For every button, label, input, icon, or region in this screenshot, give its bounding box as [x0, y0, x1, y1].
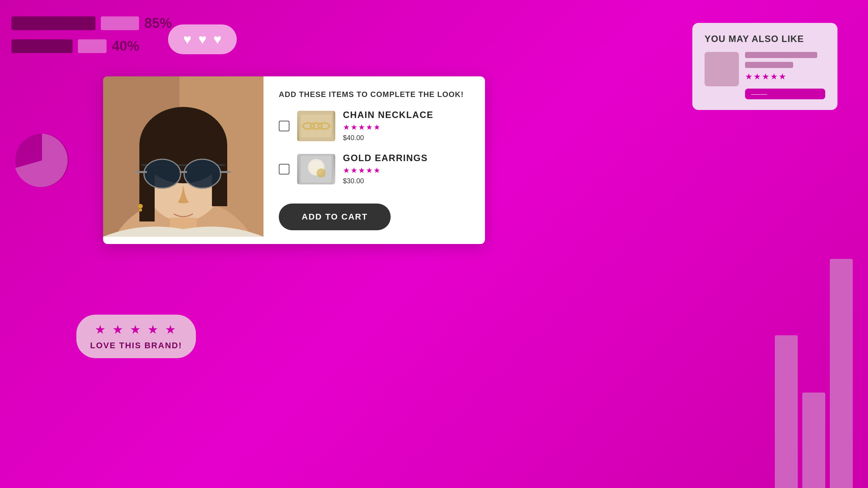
svg-rect-29: [301, 156, 331, 183]
svg-rect-14: [179, 171, 187, 173]
you-may-like-stars: ★★★★★: [745, 72, 825, 82]
earrings-price: $30.00: [343, 177, 428, 185]
earrings-checkbox[interactable]: [279, 164, 289, 175]
bg-bar-dark-2: [11, 39, 73, 53]
product-row-necklace: CHAIN NECKLACE ★★★★★ $40.00: [279, 110, 470, 142]
heart-icon-2: ♥: [198, 31, 206, 47]
svg-point-18: [138, 204, 143, 208]
you-may-also-like-panel: YOU MAY ALSO LIKE ★★★★★ ———: [692, 23, 837, 110]
bg-bar-group: 85% 40%: [11, 15, 172, 54]
model-image: [103, 76, 263, 237]
heart-pill[interactable]: ♥ ♥ ♥: [168, 24, 237, 54]
card-content: ADD THESE ITEMS TO COMPLETE THE LOOK!: [263, 76, 485, 244]
you-may-like-product: ★★★★★ ———: [705, 52, 825, 99]
earrings-thumbnail: [297, 154, 335, 184]
bg-bar-label-1: 85%: [144, 15, 172, 31]
love-brand-text: LOVE THIS BRAND!: [90, 341, 182, 351]
svg-rect-16: [136, 171, 147, 173]
model-face: [103, 76, 263, 237]
you-may-like-image: [705, 52, 739, 86]
product-row-earrings: GOLD EARRINGS ★★★★★ $30.00: [279, 153, 470, 185]
bg-bar-row-2: 40%: [11, 38, 172, 54]
you-may-like-tag: ———: [745, 89, 825, 99]
add-to-cart-button[interactable]: ADD TO CART: [279, 204, 391, 230]
bg-bar-dark-1: [11, 16, 95, 30]
earrings-thumb-bg: [297, 154, 335, 184]
svg-point-19: [139, 208, 142, 212]
bar-br-1: [775, 335, 798, 488]
bar-br-3: [830, 259, 853, 488]
you-may-like-line-1: [745, 52, 817, 58]
earrings-stars: ★★★★★: [343, 166, 428, 175]
you-may-also-like-title: YOU MAY ALSO LIKE: [705, 34, 825, 44]
bg-bar-label-2: 40%: [112, 38, 139, 54]
necklace-stars: ★★★★★: [343, 123, 433, 132]
heart-icon-1: ♥: [183, 31, 191, 47]
heart-icon-3: ♥: [213, 31, 221, 47]
you-may-like-line-2: [745, 62, 793, 68]
necklace-thumbnail: [297, 111, 335, 141]
you-may-like-lines: ★★★★★ ———: [745, 52, 825, 99]
necklace-checkbox[interactable]: [279, 121, 289, 131]
svg-rect-24: [301, 115, 331, 137]
love-brand-widget: ★ ★ ★ ★ ★ LOVE THIS BRAND!: [76, 315, 196, 358]
main-product-card: ADD THESE ITEMS TO COMPLETE THE LOOK!: [103, 76, 485, 244]
svg-rect-15: [220, 171, 231, 173]
bg-bar-pink-1: [101, 16, 139, 30]
bg-bar-pink-2: [78, 39, 107, 53]
necklace-thumb-bg: [297, 111, 335, 141]
complete-look-title: ADD THESE ITEMS TO COMPLETE THE LOOK!: [279, 90, 470, 99]
bar-chart-bottom-right: [775, 259, 868, 488]
bar-br-2: [802, 393, 825, 488]
bg-bar-row-1: 85%: [11, 15, 172, 31]
pie-chart: [11, 130, 73, 191]
necklace-info: CHAIN NECKLACE ★★★★★ $40.00: [343, 110, 433, 142]
earrings-info: GOLD EARRINGS ★★★★★ $30.00: [343, 153, 428, 185]
love-brand-stars: ★ ★ ★ ★ ★: [90, 322, 182, 337]
necklace-name: CHAIN NECKLACE: [343, 110, 433, 120]
necklace-price: $40.00: [343, 134, 433, 142]
earrings-name: GOLD EARRINGS: [343, 153, 428, 163]
